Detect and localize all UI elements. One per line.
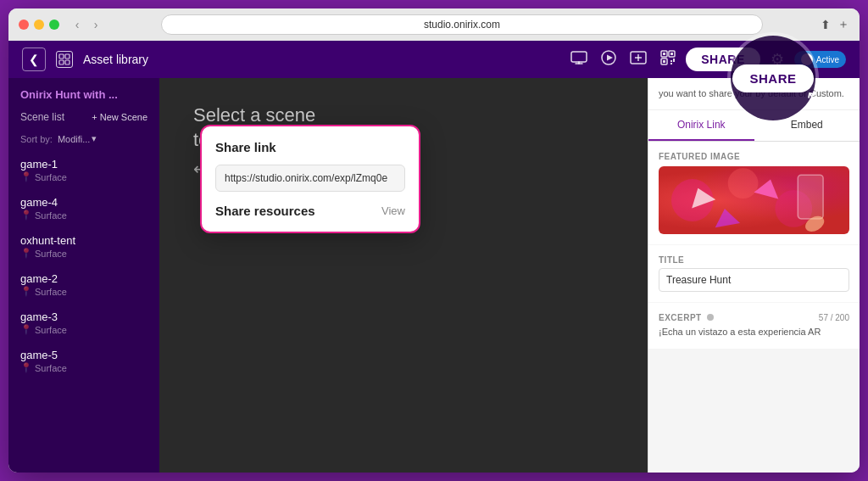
- svg-rect-1: [65, 54, 70, 59]
- browser-actions: ⬆ ＋: [821, 17, 849, 32]
- excerpt-label: EXCERPT: [659, 313, 702, 322]
- location-icon-2: 📍: [20, 248, 32, 259]
- excerpt-dot: [707, 314, 714, 321]
- toolbar-icons: [570, 50, 676, 69]
- scene-type-5: 📍 Surface: [20, 362, 147, 373]
- toolbar-title: Asset library: [83, 53, 148, 66]
- right-panel: you want to share your by default or Cus…: [648, 78, 860, 473]
- svg-rect-21: [673, 59, 675, 60]
- share-circle-inner: SHARE ↖: [732, 64, 813, 92]
- share-browser-icon[interactable]: ⬆: [821, 18, 831, 31]
- scene-type-0: 📍 Surface: [20, 171, 147, 182]
- scene-list-label: Scene list: [20, 111, 64, 123]
- new-tab-icon[interactable]: ＋: [837, 17, 849, 32]
- featured-image-section: FEATURED IMAGE: [648, 142, 860, 244]
- svg-rect-4: [571, 52, 587, 62]
- svg-rect-18: [670, 60, 672, 62]
- share-resources-label: Share resources: [215, 204, 315, 218]
- title-label: TITLE: [659, 255, 849, 265]
- view-button[interactable]: View: [381, 204, 405, 217]
- asset-library-icon: [56, 51, 73, 68]
- excerpt-header: EXCERPT 57 / 200: [659, 313, 849, 322]
- new-scene-button[interactable]: + New Scene: [92, 112, 147, 122]
- svg-rect-0: [59, 54, 64, 59]
- share-button-circle: SHARE ↖: [731, 36, 815, 120]
- tab-embed-label: Embed: [791, 119, 823, 131]
- svg-rect-20: [670, 63, 672, 64]
- sort-by-label: Sort by:: [20, 134, 53, 144]
- url-bar[interactable]: studio.onirix.com: [161, 14, 763, 35]
- svg-marker-8: [607, 55, 613, 61]
- scene-item-5[interactable]: game-5 📍 Surface: [8, 342, 159, 380]
- sort-select[interactable]: Modifi... ▾: [58, 133, 97, 144]
- qr-icon[interactable]: [660, 50, 676, 69]
- back-nav-button[interactable]: ‹: [70, 17, 85, 32]
- scene-header: Scene list + New Scene: [8, 108, 159, 130]
- scene-type-3: 📍 Surface: [20, 286, 147, 297]
- share-link-title: Share link: [215, 140, 405, 154]
- scene-item-0[interactable]: game-1 📍 Surface: [8, 151, 159, 189]
- tab-onirix-link-label: Onirix Link: [677, 119, 726, 131]
- svg-rect-17: [663, 60, 665, 63]
- url-text: studio.onirix.com: [424, 19, 500, 31]
- sort-chevron-icon: ▾: [92, 133, 97, 144]
- scene-type-4: 📍 Surface: [20, 324, 147, 335]
- scene-type-1: 📍 Surface: [20, 210, 147, 221]
- traffic-light-green[interactable]: [49, 20, 59, 30]
- share-circle-button[interactable]: SHARE: [732, 64, 813, 92]
- traffic-lights: [19, 20, 59, 30]
- svg-rect-19: [673, 60, 675, 62]
- share-link-url[interactable]: https://studio.onirix.com/exp/lZmq0e: [215, 165, 405, 192]
- monitor-icon[interactable]: [570, 51, 587, 68]
- svg-rect-28: [798, 175, 823, 219]
- browser-nav: ‹ ›: [70, 17, 103, 32]
- svg-rect-3: [65, 60, 70, 64]
- featured-image: [659, 166, 849, 234]
- svg-marker-26: [754, 176, 782, 199]
- traffic-light-yellow[interactable]: [34, 20, 44, 30]
- excerpt-section: EXCERPT 57 / 200 ¡Echa un vistazo a esta…: [648, 303, 860, 349]
- scene-name-2: oxhunt-tent: [20, 234, 147, 247]
- scene-item-1[interactable]: game-4 📍 Surface: [8, 189, 159, 227]
- scene-item-3[interactable]: game-2 📍 Surface: [8, 266, 159, 304]
- share-resources-row: Share resources View: [215, 204, 405, 218]
- sort-value: Modifi...: [58, 134, 91, 144]
- app-content: Onirix Hunt with ... Scene list + New Sc…: [8, 78, 860, 473]
- svg-rect-2: [59, 60, 64, 64]
- scene-item-4[interactable]: game-3 📍 Surface: [8, 304, 159, 342]
- resize-icon[interactable]: [630, 51, 647, 68]
- share-link-card: Share link https://studio.onirix.com/exp…: [200, 125, 420, 233]
- svg-rect-15: [663, 53, 665, 55]
- svg-rect-16: [670, 53, 673, 55]
- scene-name-5: game-5: [20, 349, 147, 361]
- scene-item-2[interactable]: oxhunt-tent 📍 Surface: [8, 227, 159, 266]
- location-icon-5: 📍: [20, 362, 32, 373]
- svg-point-23: [728, 168, 759, 199]
- featured-image-svg: [659, 166, 849, 234]
- browser-titlebar: ‹ › studio.onirix.com ⬆ ＋: [8, 8, 860, 41]
- scene-type-2: 📍 Surface: [20, 248, 147, 259]
- svg-marker-27: [712, 206, 740, 227]
- location-icon-0: 📍: [20, 171, 32, 182]
- sidebar: Onirix Hunt with ... Scene list + New Sc…: [8, 78, 159, 473]
- excerpt-count: 57 / 200: [819, 313, 849, 322]
- traffic-light-red[interactable]: [19, 20, 29, 30]
- play-icon[interactable]: [601, 50, 616, 69]
- canvas-area: Select a scene to access ↩ Share link ht…: [159, 78, 648, 473]
- title-section: TITLE: [648, 245, 860, 302]
- excerpt-text: ¡Echa un vistazo a esta experiencia AR: [659, 326, 849, 338]
- forward-nav-button[interactable]: ›: [88, 17, 103, 32]
- scene-name-3: game-2: [20, 272, 147, 285]
- project-name: Onirix Hunt with ...: [8, 78, 159, 108]
- scene-name-0: game-1: [20, 158, 147, 171]
- title-input[interactable]: [659, 268, 849, 292]
- toolbar-back-button[interactable]: ❮: [22, 48, 46, 71]
- scene-name-4: game-3: [20, 310, 147, 323]
- location-icon-3: 📍: [20, 286, 32, 297]
- scene-name-1: game-4: [20, 196, 147, 209]
- tab-onirix-link[interactable]: Onirix Link: [648, 110, 754, 141]
- active-label: Active: [816, 55, 839, 64]
- back-icon: ❮: [29, 53, 39, 66]
- sort-control: Sort by: Modifi... ▾: [8, 130, 159, 151]
- featured-image-label: FEATURED IMAGE: [659, 152, 849, 161]
